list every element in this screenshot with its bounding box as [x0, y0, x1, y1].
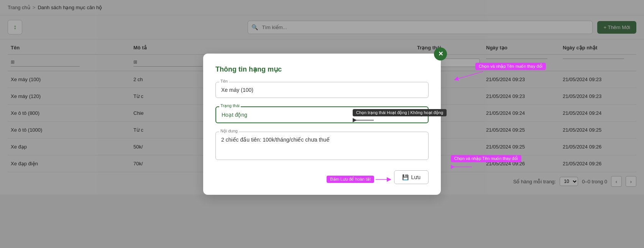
ten-label: Tên: [219, 79, 229, 83]
ann-content-tooltip: Chọn và nhập Tên muốn thay đổi: [451, 155, 521, 162]
ten-input[interactable]: [215, 82, 429, 98]
close-icon: ✕: [438, 50, 443, 57]
form-group-trangthai: Trạng thái Hoạt động Không hoạt động ▼: [215, 106, 429, 123]
form-group-ten: Tên: [215, 82, 429, 98]
modal: ✕ Thông tin hạng mục Tên Trạng thái Hoạt…: [203, 54, 441, 195]
save-label: Lưu: [411, 174, 421, 180]
trangthai-label: Trạng thái: [219, 103, 241, 108]
trangthai-select[interactable]: Hoạt động Không hoạt động: [215, 106, 429, 123]
noidung-label: Nội dung: [219, 129, 239, 134]
ann-name-arrow: [449, 70, 487, 81]
form-group-noidung: Nội dung: [215, 132, 429, 161]
modal-title: Thông tin hạng mục: [215, 65, 429, 73]
noidung-textarea[interactable]: [215, 132, 429, 160]
save-button[interactable]: 💾 Lưu: [394, 170, 429, 184]
trangthai-select-wrap: Hoạt động Không hoạt động ▼: [215, 106, 429, 123]
ann-content-arrow: [451, 163, 474, 171]
modal-overlay: ✕ Thông tin hạng mục Tên Trạng thái Hoạt…: [0, 0, 644, 248]
ann-name-tooltip: Chọn và nhập Tên muốn thay đổi: [475, 63, 546, 70]
save-icon: 💾: [402, 174, 409, 180]
svg-line-0: [456, 72, 483, 79]
modal-close-button[interactable]: ✕: [434, 47, 447, 60]
annotation-content: Chọn và nhập Tên muốn thay đổi: [451, 155, 521, 172]
